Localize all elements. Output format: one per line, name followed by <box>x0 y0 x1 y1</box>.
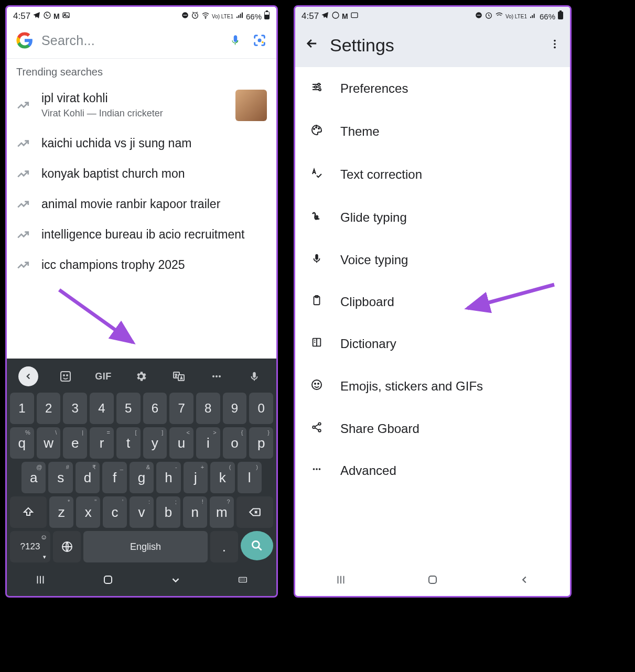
google-g-icon <box>15 31 34 50</box>
status-bar: 4:57 M Vo) LTE1 66% <box>295 7 570 26</box>
settings-item-advanced[interactable]: Advanced <box>295 450 570 492</box>
keyboard-collapse-button[interactable] <box>18 366 38 386</box>
trending-item[interactable]: kaichi uchida vs ji sung nam <box>7 128 276 159</box>
key-z[interactable]: z* <box>49 496 73 528</box>
svg-line-32 <box>59 290 133 342</box>
home-nav-icon[interactable] <box>102 573 114 589</box>
key-n[interactable]: n! <box>183 496 207 528</box>
key-1[interactable]: 1 <box>10 393 34 424</box>
lens-icon[interactable] <box>251 32 268 49</box>
svg-rect-36 <box>477 15 481 15</box>
key-p[interactable]: p} <box>249 427 273 459</box>
back-button[interactable] <box>305 36 319 55</box>
shift-key[interactable] <box>10 496 47 528</box>
keyboard-hide-icon[interactable] <box>170 574 181 589</box>
svg-point-47 <box>316 127 317 128</box>
key-d[interactable]: d₹ <box>76 462 100 493</box>
key-j[interactable]: j+ <box>184 462 208 493</box>
space-key[interactable]: English <box>83 531 208 562</box>
trending-item[interactable]: animal movie ranbir kapoor trailer <box>7 189 276 220</box>
svg-point-48 <box>318 128 319 129</box>
key-b[interactable]: b; <box>156 496 180 528</box>
annotation-arrow <box>54 285 148 353</box>
language-key[interactable] <box>53 531 81 562</box>
back-nav-icon[interactable] <box>519 574 530 589</box>
key-q[interactable]: q% <box>10 427 34 459</box>
search-key[interactable] <box>241 531 273 560</box>
overflow-menu-icon[interactable] <box>549 38 561 53</box>
settings-item-glide-typing[interactable]: Glide typing <box>295 196 570 239</box>
trending-item[interactable]: ipl virat kohli Virat Kohli — Indian cri… <box>7 82 276 128</box>
key-4[interactable]: 4 <box>90 393 114 424</box>
key-9[interactable]: 9 <box>223 393 247 424</box>
smiley-icon <box>309 378 325 394</box>
trending-item[interactable]: konyak baptist church mon <box>7 159 276 189</box>
svg-point-54 <box>318 383 319 384</box>
settings-item-theme[interactable]: Theme <box>295 110 570 153</box>
key-i[interactable]: i> <box>196 427 220 459</box>
status-bar: 4:57 M Vo) LTE1 <box>7 7 276 26</box>
key-6[interactable]: 6 <box>143 393 167 424</box>
wifi-icon <box>495 11 503 21</box>
key-a[interactable]: a@ <box>21 462 46 493</box>
key-g[interactable]: g& <box>130 462 154 493</box>
settings-item-voice-typing[interactable]: Voice typing <box>295 239 570 281</box>
key-c[interactable]: c' <box>103 496 127 528</box>
key-k[interactable]: k( <box>210 462 234 493</box>
key-7[interactable]: 7 <box>169 393 193 424</box>
svg-rect-38 <box>558 12 563 19</box>
key-h[interactable]: h- <box>156 462 180 493</box>
more-icon[interactable] <box>206 366 227 387</box>
signal-icon <box>235 11 244 21</box>
key-r[interactable]: r= <box>90 427 114 459</box>
settings-item-preferences[interactable]: Preferences <box>295 67 570 110</box>
key-l[interactable]: l) <box>238 462 262 493</box>
key-e[interactable]: e| <box>63 427 87 459</box>
key-s[interactable]: s# <box>48 462 72 493</box>
wifi-icon <box>201 11 210 21</box>
key-v[interactable]: v: <box>130 496 154 528</box>
settings-item-share-gboard[interactable]: Share Gboard <box>295 408 570 450</box>
voice-search-icon[interactable] <box>227 32 244 49</box>
svg-point-29 <box>241 580 242 580</box>
keyboard-switch-icon[interactable] <box>237 574 249 589</box>
svg-point-18 <box>216 375 218 377</box>
key-2[interactable]: 2 <box>37 393 61 424</box>
period-key[interactable]: . <box>210 531 238 562</box>
settings-icon[interactable] <box>131 366 152 387</box>
trending-item[interactable]: intelligence bureau ib acio recruitment <box>7 220 276 250</box>
translate-icon[interactable] <box>168 366 189 387</box>
mic-icon[interactable] <box>244 366 265 387</box>
settings-item-dictionary[interactable]: Dictionary <box>295 323 570 365</box>
key-f[interactable]: f_ <box>102 462 126 493</box>
settings-item-clipboard[interactable]: Clipboard <box>295 281 570 323</box>
trending-title: kaichi uchida vs ji sung nam <box>41 136 267 151</box>
key-x[interactable]: x" <box>76 496 100 528</box>
recents-nav-icon[interactable] <box>335 574 347 589</box>
key-y[interactable]: y] <box>143 427 167 459</box>
svg-point-59 <box>316 468 318 470</box>
search-bar[interactable]: Search... <box>7 26 276 59</box>
trending-title: intelligence bureau ib acio recruitment <box>41 227 267 243</box>
trending-item[interactable]: icc champions trophy 2025 <box>7 250 276 280</box>
sticker-icon[interactable] <box>55 366 76 387</box>
recents-nav-icon[interactable] <box>35 574 46 589</box>
trending-label: Trending searches <box>7 59 276 82</box>
key-w[interactable]: w\ <box>37 427 61 459</box>
key-u[interactable]: u< <box>169 427 193 459</box>
home-nav-icon[interactable] <box>426 573 439 589</box>
settings-item-emojis-stickers-and-gifs[interactable]: Emojis, stickers and GIFs <box>295 365 570 408</box>
key-8[interactable]: 8 <box>196 393 220 424</box>
backspace-key[interactable] <box>236 496 273 528</box>
key-t[interactable]: t[ <box>116 427 141 459</box>
gif-icon[interactable]: GIF <box>93 366 114 387</box>
key-3[interactable]: 3 <box>63 393 87 424</box>
svg-point-11 <box>262 41 264 44</box>
settings-item-text-correction[interactable]: Text correction <box>295 153 570 196</box>
key-o[interactable]: o{ <box>223 427 247 459</box>
symbols-key[interactable]: ?123 ☺ ▾ <box>10 531 50 562</box>
key-5[interactable]: 5 <box>116 393 141 424</box>
key-m[interactable]: m? <box>210 496 234 528</box>
search-input[interactable]: Search... <box>41 33 220 48</box>
key-0[interactable]: 0 <box>249 393 273 424</box>
